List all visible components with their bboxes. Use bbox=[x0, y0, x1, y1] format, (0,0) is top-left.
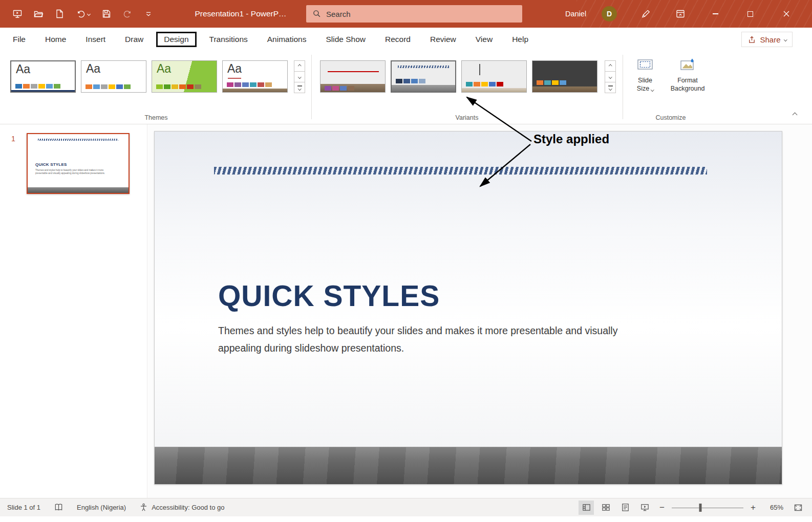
window-title: Presentation1 - PowerP… bbox=[169, 0, 312, 28]
themes-scroll-down-icon[interactable] bbox=[294, 71, 305, 82]
quick-access-toolbar bbox=[8, 0, 158, 28]
theme-color-swatches bbox=[227, 82, 272, 87]
collapse-ribbon-icon[interactable] bbox=[793, 110, 797, 119]
slide-canvas[interactable]: QUICK STYLES Themes and styles help to b… bbox=[154, 131, 782, 485]
tab-design[interactable]: Design bbox=[156, 32, 196, 47]
stone-footer-graphic bbox=[155, 447, 782, 484]
theme-color-swatches bbox=[156, 84, 201, 89]
ribbon-display-options-icon[interactable] bbox=[668, 0, 693, 28]
theme-glyph: Aa bbox=[86, 62, 100, 76]
minimize-button[interactable] bbox=[702, 0, 728, 28]
variant-footer bbox=[462, 88, 526, 92]
open-file-icon[interactable] bbox=[29, 5, 48, 23]
format-background-button[interactable]: Format Background bbox=[666, 57, 710, 93]
variants-gallery-more-icon[interactable] bbox=[605, 82, 616, 93]
zoom-in-button[interactable]: + bbox=[747, 501, 759, 515]
zoom-slider[interactable] bbox=[672, 502, 743, 514]
tab-home[interactable]: Home bbox=[35, 28, 76, 51]
variant-thumbnail-3[interactable] bbox=[461, 60, 527, 93]
themes-scroll-up-icon[interactable] bbox=[294, 60, 305, 72]
search-box[interactable]: Search bbox=[306, 5, 522, 23]
slide-size-label: Slide Size bbox=[637, 77, 652, 92]
slideshow-view-button[interactable] bbox=[637, 501, 652, 515]
theme-thumbnail-1[interactable]: Aa bbox=[10, 60, 76, 93]
tab-insert[interactable]: Insert bbox=[76, 28, 115, 51]
zoom-level[interactable]: 65% bbox=[763, 504, 783, 511]
avatar[interactable]: D bbox=[602, 6, 617, 21]
zoom-slider-thumb[interactable] bbox=[699, 504, 702, 512]
annotation-style-applied: Style applied bbox=[533, 132, 609, 146]
tab-record[interactable]: Record bbox=[375, 28, 420, 51]
theme-color-swatches bbox=[15, 84, 60, 89]
fit-to-window-icon bbox=[793, 503, 803, 513]
maximize-button[interactable] bbox=[737, 0, 763, 28]
tab-animations[interactable]: Animations bbox=[258, 28, 316, 51]
variants-group-label: Variants bbox=[416, 114, 518, 121]
inking-pen-icon[interactable] bbox=[633, 0, 658, 28]
theme-thumbnail-3[interactable]: Aa bbox=[152, 60, 217, 93]
tab-draw[interactable]: Draw bbox=[115, 28, 153, 51]
ribbon-design: Aa Aa Aa Aa Themes bbox=[0, 51, 812, 124]
slide-size-button[interactable]: Slide Size bbox=[631, 57, 659, 93]
slideshow-icon bbox=[640, 503, 650, 512]
accessibility-status[interactable]: Accessibility: Good to go bbox=[139, 503, 224, 512]
status-bar: Slide 1 of 1 English (Nigeria) Accessibi… bbox=[0, 498, 812, 516]
variants-scroll-down-icon[interactable] bbox=[605, 71, 616, 82]
zoom-out-button[interactable]: − bbox=[656, 501, 668, 515]
variants-scroll-up-icon[interactable] bbox=[605, 60, 616, 72]
share-button[interactable]: Share bbox=[741, 32, 793, 47]
variant-thumbnail-4[interactable] bbox=[532, 60, 597, 93]
powerpoint-window: Presentation1 - PowerP… Search Daniel D … bbox=[0, 0, 812, 522]
tab-transitions[interactable]: Transitions bbox=[200, 28, 258, 51]
theme-glyph: Aa bbox=[16, 62, 30, 76]
themes-group-label: Themes bbox=[105, 114, 207, 121]
variant-thumbnail-1[interactable] bbox=[320, 60, 386, 93]
title-bar: Presentation1 - PowerP… Search Daniel D bbox=[0, 0, 812, 28]
search-placeholder: Search bbox=[326, 10, 351, 18]
variant-thumbnail-2-selected[interactable] bbox=[391, 60, 456, 93]
redo-icon[interactable] bbox=[118, 5, 137, 23]
thumbnail-slide-body: Themes and styles help to beautify your … bbox=[35, 169, 112, 175]
thumbnail-stripe-graphic bbox=[38, 139, 118, 141]
customize-group-label: Customize bbox=[619, 114, 722, 121]
close-button[interactable] bbox=[771, 0, 802, 28]
account-name[interactable]: Daniel bbox=[565, 0, 586, 28]
fit-slide-to-window-button[interactable] bbox=[790, 501, 806, 515]
theme-glyph: Aa bbox=[227, 62, 242, 76]
variant-color-swatches bbox=[325, 86, 354, 91]
tab-file[interactable]: File bbox=[3, 28, 35, 51]
tab-slide-show[interactable]: Slide Show bbox=[316, 28, 375, 51]
tab-review[interactable]: Review bbox=[420, 28, 466, 51]
slide-sorter-view-button[interactable] bbox=[598, 501, 613, 515]
reading-view-button[interactable] bbox=[617, 501, 633, 515]
save-icon[interactable] bbox=[97, 5, 116, 23]
undo-button[interactable] bbox=[71, 5, 95, 23]
slide-1-thumbnail[interactable]: QUICK STYLES Themes and styles help to b… bbox=[27, 133, 130, 194]
language-status[interactable]: English (Nigeria) bbox=[77, 504, 126, 511]
themes-gallery-more-icon[interactable] bbox=[294, 82, 305, 93]
format-background-icon bbox=[679, 57, 696, 73]
start-slideshow-icon[interactable] bbox=[8, 5, 27, 23]
tab-view[interactable]: View bbox=[466, 28, 502, 51]
theme-glyph: Aa bbox=[157, 62, 171, 76]
theme-thumbnail-2[interactable]: Aa bbox=[81, 60, 146, 93]
customize-qat-icon[interactable] bbox=[139, 5, 158, 23]
tab-help[interactable]: Help bbox=[502, 28, 538, 51]
theme-color-swatches bbox=[86, 84, 131, 89]
theme-thumbnail-4[interactable]: Aa bbox=[222, 60, 288, 93]
editing-canvas: QUICK STYLES Themes and styles help to b… bbox=[148, 124, 812, 498]
search-icon bbox=[312, 9, 322, 18]
variant-footer bbox=[392, 85, 455, 92]
new-file-icon[interactable] bbox=[50, 5, 69, 23]
slide-body-textbox[interactable]: Themes and styles help to beautify your … bbox=[218, 322, 658, 357]
slide-indicator: Slide 1 of 1 bbox=[7, 504, 40, 511]
slide-title-textbox[interactable]: QUICK STYLES bbox=[218, 279, 440, 313]
ribbon-tab-bar: File Home Insert Draw Design Transitions… bbox=[0, 28, 812, 51]
slide-size-icon bbox=[636, 57, 654, 73]
striped-line-graphic[interactable] bbox=[214, 167, 707, 175]
share-icon bbox=[747, 35, 756, 44]
normal-view-button[interactable] bbox=[579, 501, 594, 515]
variant-footer bbox=[532, 86, 597, 92]
spell-check-button[interactable] bbox=[54, 503, 63, 512]
chevron-down-icon bbox=[651, 88, 654, 91]
